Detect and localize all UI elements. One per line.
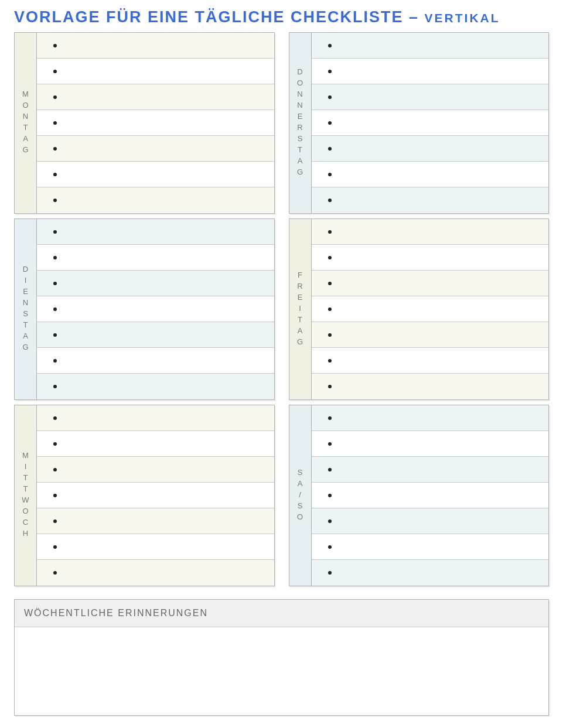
checklist-row[interactable] [312, 457, 549, 483]
checklist-row[interactable] [312, 560, 549, 586]
bullet-icon [53, 282, 57, 285]
checklist-row[interactable] [312, 136, 549, 162]
bullet-icon [53, 468, 57, 471]
weekly-reminders: WÖCHENTLICHE ERINNERUNGEN [14, 599, 549, 716]
checklist-row[interactable] [312, 508, 549, 534]
bullet-icon [53, 416, 57, 420]
page: VORLAGE FÜR EINE TÄGLICHE CHECKLISTE – V… [0, 0, 563, 728]
bullet-icon [53, 442, 57, 446]
checklist-row[interactable] [312, 59, 549, 84]
checklist-row[interactable] [312, 348, 549, 374]
day-rows [37, 219, 274, 399]
day-block: MITTWOCH [14, 405, 275, 586]
checklist-row[interactable] [37, 187, 274, 213]
checklist-row[interactable] [37, 245, 274, 271]
bullet-icon [53, 307, 57, 311]
day-block: MONTAG [14, 32, 275, 214]
checklist-row[interactable] [312, 219, 549, 245]
checklist-row[interactable] [37, 374, 274, 399]
bullet-icon [328, 571, 332, 575]
checklist-row[interactable] [312, 84, 549, 110]
checklist-row[interactable] [37, 296, 274, 322]
bullet-icon [328, 44, 332, 47]
bullet-icon [328, 442, 332, 446]
checklist-row[interactable] [37, 405, 274, 431]
checklist-row[interactable] [312, 187, 549, 213]
checklist-row[interactable] [312, 405, 549, 431]
bullet-icon [53, 121, 57, 125]
bullet-icon [328, 147, 332, 151]
checklist-row[interactable] [37, 534, 274, 560]
bullet-icon [328, 519, 332, 523]
day-block: SA/SO [289, 405, 550, 586]
checklist-row[interactable] [312, 296, 549, 322]
bullet-icon [53, 256, 57, 259]
bullet-icon [328, 95, 332, 99]
bullet-icon [328, 282, 332, 285]
bullet-icon [53, 545, 57, 549]
bullet-icon [328, 121, 332, 125]
day-rows [312, 405, 549, 586]
columns: MONTAGDIENSTAGMITTWOCH DONNERSTAGFREITAG… [14, 32, 549, 586]
checklist-row[interactable] [37, 84, 274, 110]
checklist-row[interactable] [37, 457, 274, 483]
checklist-row[interactable] [37, 33, 274, 59]
checklist-row[interactable] [312, 374, 549, 399]
day-label: DIENSTAG [15, 219, 37, 399]
bullet-icon [328, 416, 332, 420]
checklist-row[interactable] [37, 110, 274, 136]
day-rows [37, 33, 274, 213]
checklist-row[interactable] [312, 245, 549, 271]
day-block: DONNERSTAG [289, 32, 550, 214]
bullet-icon [53, 519, 57, 523]
right-column: DONNERSTAGFREITAGSA/SO [289, 32, 550, 586]
weekly-reminders-body[interactable] [15, 627, 548, 715]
checklist-row[interactable] [37, 560, 274, 586]
bullet-icon [53, 199, 57, 202]
bullet-icon [328, 545, 332, 549]
checklist-row[interactable] [37, 271, 274, 296]
checklist-row[interactable] [37, 59, 274, 84]
bullet-icon [53, 333, 57, 337]
checklist-row[interactable] [37, 162, 274, 187]
bullet-icon [328, 385, 332, 388]
checklist-row[interactable] [312, 33, 549, 59]
checklist-row[interactable] [312, 483, 549, 508]
checklist-row[interactable] [312, 162, 549, 187]
bullet-icon [328, 230, 332, 234]
checklist-row[interactable] [312, 322, 549, 348]
bullet-icon [53, 147, 57, 151]
bullet-icon [328, 359, 332, 363]
bullet-icon [328, 333, 332, 337]
checklist-row[interactable] [37, 219, 274, 245]
checklist-row[interactable] [312, 110, 549, 136]
checklist-row[interactable] [37, 431, 274, 457]
checklist-row[interactable] [37, 508, 274, 534]
checklist-row[interactable] [37, 483, 274, 508]
day-label: SA/SO [289, 405, 312, 586]
checklist-row[interactable] [37, 348, 274, 374]
checklist-row[interactable] [37, 136, 274, 162]
checklist-row[interactable] [312, 271, 549, 296]
checklist-row[interactable] [312, 431, 549, 457]
bullet-icon [328, 494, 332, 497]
bullet-icon [53, 571, 57, 575]
page-title: VORLAGE FÜR EINE TÄGLICHE CHECKLISTE – V… [14, 8, 549, 26]
day-label: MITTWOCH [15, 405, 37, 586]
day-label: DONNERSTAG [289, 33, 312, 213]
weekly-reminders-header: WÖCHENTLICHE ERINNERUNGEN [15, 600, 548, 627]
checklist-row[interactable] [312, 534, 549, 560]
bullet-icon [328, 307, 332, 311]
day-label: MONTAG [15, 33, 37, 213]
bullet-icon [53, 173, 57, 176]
bullet-icon [53, 494, 57, 497]
day-label: FREITAG [289, 219, 312, 399]
bullet-icon [328, 70, 332, 73]
title-sub: VERTIKAL [425, 11, 500, 25]
bullet-icon [53, 44, 57, 47]
bullet-icon [53, 385, 57, 388]
day-rows [312, 33, 549, 213]
bullet-icon [53, 230, 57, 234]
bullet-icon [328, 173, 332, 176]
checklist-row[interactable] [37, 322, 274, 348]
